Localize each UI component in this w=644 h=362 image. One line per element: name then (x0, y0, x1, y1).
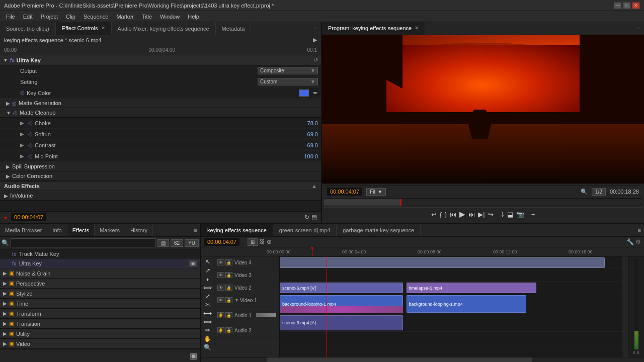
razor-icon[interactable]: ✂ (205, 301, 210, 308)
play-stop-button[interactable]: ▶ (459, 210, 465, 219)
clip-expand-icon[interactable]: ▶ (313, 37, 317, 43)
program-timeline-strip[interactable] (324, 198, 642, 206)
insert-button[interactable]: ⤵ (501, 211, 504, 218)
menu-sequence[interactable]: Sequence (79, 13, 113, 21)
stylize-group-header[interactable]: ▶ ▣ Stylize (0, 289, 200, 299)
timeline-hscroll[interactable] (201, 357, 644, 362)
ultra-key-header[interactable]: ▼ fx Ultra Key ↺ (0, 55, 321, 65)
prev-frame-button[interactable]: } (445, 211, 447, 218)
video2-lock-icon[interactable]: 🔒 (225, 285, 232, 291)
timeline-minimize-icon[interactable]: — (630, 227, 636, 233)
hand-icon[interactable]: ✋ (204, 335, 211, 342)
menu-clip[interactable]: Clip (62, 13, 79, 21)
audio-effects-expand-icon[interactable]: ▲ (311, 183, 317, 189)
track-select-icon[interactable]: ↗ (205, 267, 210, 274)
video1-expand[interactable]: ▼ (234, 298, 239, 303)
next-frame-button[interactable]: ▶| (478, 211, 485, 218)
program-panel-menu[interactable]: ≡ (633, 22, 644, 35)
panel-menu-button[interactable]: ≡ (310, 22, 321, 35)
choke-value[interactable]: 78.0 (307, 120, 318, 126)
add-marker-button[interactable]: + (531, 211, 535, 218)
add-tracks-icon[interactable]: ⊕ (267, 238, 272, 246)
ripple-edit-icon[interactable]: ⬧ (206, 276, 209, 283)
minimize-button[interactable]: — (614, 2, 622, 9)
menu-file[interactable]: File (2, 13, 19, 21)
audio1-toggle-icon[interactable]: 👂 (217, 312, 224, 318)
tab-markers[interactable]: Markers (95, 224, 125, 236)
tab-close-icon[interactable]: ✕ (101, 25, 105, 31)
rate-stretch-icon[interactable]: ⤢ (205, 293, 210, 300)
volume-header[interactable]: ▶ fx Volume (0, 191, 321, 201)
loop-icon[interactable]: ↻ (304, 214, 309, 221)
step-back-button[interactable]: { (440, 211, 442, 218)
audio2-toggle-icon[interactable]: 👂 (217, 327, 224, 333)
video-group-header[interactable]: ▶ ▣ Video (0, 339, 200, 349)
window-controls[interactable]: — □ ✕ (614, 2, 640, 9)
effects-toolbar-btn-1[interactable]: ▤ (157, 239, 169, 247)
slip-icon[interactable]: ⟷ (203, 310, 212, 317)
selection-tool-icon[interactable]: ↖ (205, 258, 210, 265)
tab-media-browser[interactable]: Media Browser (0, 224, 47, 236)
color-correction-header[interactable]: ▶ Color Correction (0, 171, 321, 181)
tab-green-screen[interactable]: green-screen-dj.mp4 (273, 224, 337, 236)
v1-clip2[interactable]: background-looping-1.mp4 (407, 295, 526, 313)
settings-icon[interactable]: ⚙ (635, 238, 641, 245)
transform-group-header[interactable]: ▶ ▣ Transform (0, 309, 200, 319)
timeline-panel-menu[interactable]: ≡ (638, 227, 641, 233)
link-icon[interactable]: ⛓ (259, 238, 265, 246)
perspective-group-header[interactable]: ▶ ▣ Perspective (0, 279, 200, 289)
timeline-ruler[interactable]: 00:00:00:00 00:00:04:00 00:00:08:00 00:0… (201, 247, 644, 256)
video1-lock-icon[interactable]: 🔒 (225, 297, 232, 303)
tab-keying-sequence[interactable]: keying effects sequence (201, 224, 273, 236)
spill-suppression-header[interactable]: ▶ Spill Suppression (0, 162, 321, 171)
snap-button[interactable]: ⊞ (248, 238, 258, 246)
export-frame-button[interactable]: 📷 (516, 211, 524, 218)
tab-effects[interactable]: Effects (67, 224, 95, 236)
tab-info[interactable]: Info (47, 224, 67, 236)
tab-effect-controls[interactable]: Effect Controls ✕ (56, 22, 112, 35)
noise-grain-group-header[interactable]: ▶ ▣ Noise & Grain (0, 268, 200, 279)
close-button[interactable]: ✕ (632, 2, 640, 9)
ultra-key-reset-button[interactable]: ↺ (313, 57, 318, 63)
matte-generation-header[interactable]: ▶ ◎ Matte Generation (0, 99, 321, 108)
effects-item-ultra-key[interactable]: fx Ultra Key ▣ (0, 259, 200, 268)
menu-edit[interactable]: Edit (19, 13, 37, 21)
tab-metadata[interactable]: Metadata (216, 22, 252, 35)
tab-garbage-matte[interactable]: garbage matte key sequence (337, 224, 421, 236)
video3-lock-icon[interactable]: 🔒 (225, 272, 232, 278)
magnify-icon[interactable]: 🔍 (581, 189, 588, 195)
fit-dropdown[interactable]: Fit ▼ (366, 188, 386, 196)
maximize-button[interactable]: □ (623, 2, 631, 9)
a1-clip1[interactable]: scenic-6.mp4 [A] (280, 315, 403, 330)
v2-clip1[interactable]: scenic-6.mp4 [V] (280, 283, 403, 293)
menu-project[interactable]: Project (37, 13, 62, 21)
zoom-tool-icon[interactable]: 🔍 (204, 344, 211, 351)
slide-icon[interactable]: ⟺ (203, 318, 212, 325)
snap-icon[interactable]: ▤ (311, 214, 317, 221)
menu-help[interactable]: Help (184, 13, 203, 21)
contrast-value[interactable]: 69.0 (307, 142, 318, 148)
menu-window[interactable]: Window (156, 13, 184, 21)
overwrite-button[interactable]: ⬓ (507, 211, 513, 218)
tab-program[interactable]: Program: keying effects sequence ✕ (322, 22, 425, 35)
video4-toggle-icon[interactable]: 👁 (217, 259, 224, 265)
audio1-lock-icon[interactable]: 🔒 (225, 312, 232, 318)
timeline-vscroll[interactable] (622, 256, 628, 357)
go-to-next-button[interactable]: ⏭ (468, 211, 475, 218)
go-to-out-button[interactable]: ↪ (488, 211, 494, 218)
effects-panel-menu[interactable]: ≡ (191, 224, 200, 236)
video1-toggle-icon[interactable]: 👁 (217, 297, 224, 303)
matte-cleanup-header[interactable]: ▼ ◎ Matte Cleanup (0, 108, 321, 118)
roll-edit-icon[interactable]: ⟺ (203, 284, 212, 291)
go-to-in-button[interactable]: ↩ (431, 211, 437, 218)
midpoint-value[interactable]: 100.0 (304, 153, 318, 159)
eyedropper-icon[interactable]: ✒ (313, 89, 318, 97)
video3-toggle-icon[interactable]: 👁 (217, 272, 224, 278)
time-group-header[interactable]: ▶ ▣ Time (0, 299, 200, 309)
transition-group-header[interactable]: ▶ ▣ Transition (0, 319, 200, 329)
menu-marker[interactable]: Marker (112, 13, 137, 21)
go-to-prev-button[interactable]: ⏮ (450, 211, 456, 218)
wrench-icon[interactable]: 🔧 (626, 238, 634, 245)
audio2-lock-icon[interactable]: 🔒 (225, 327, 232, 333)
tab-audio-mixer[interactable]: Audio Mixer: keying effects sequence (112, 22, 216, 35)
